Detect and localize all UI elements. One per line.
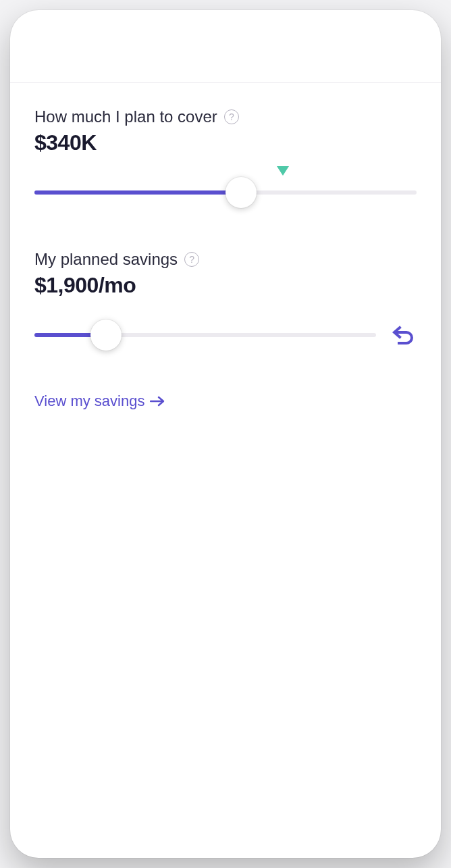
view-savings-link[interactable]: View my savings (34, 392, 417, 410)
slider-fill (34, 190, 241, 195)
coverage-label-row: How much I plan to cover ? (34, 107, 417, 126)
coverage-value: $340K (34, 130, 417, 155)
coverage-slider[interactable] (34, 176, 417, 209)
coverage-section: How much I plan to cover ? $340K (34, 107, 417, 209)
header-space (10, 10, 441, 83)
slider-thumb[interactable] (226, 177, 257, 208)
slider-marker-icon (277, 166, 289, 176)
arrow-right-icon (150, 396, 165, 407)
phone-frame: How much I plan to cover ? $340K My plan… (10, 10, 441, 858)
coverage-slider-wrapper (34, 176, 417, 209)
savings-section: My planned savings ? $1,900/mo (34, 250, 417, 352)
undo-icon (392, 325, 415, 345)
savings-label-row: My planned savings ? (34, 250, 417, 269)
savings-slider[interactable] (34, 318, 376, 352)
undo-button[interactable] (390, 322, 417, 349)
help-icon[interactable]: ? (184, 252, 199, 267)
link-text: View my savings (34, 392, 144, 410)
coverage-label: How much I plan to cover (34, 107, 217, 126)
content-area: How much I plan to cover ? $340K My plan… (10, 83, 441, 410)
slider-thumb[interactable] (90, 320, 122, 351)
help-icon[interactable]: ? (224, 109, 239, 124)
savings-slider-wrapper (34, 318, 417, 352)
savings-label: My planned savings (34, 250, 178, 269)
savings-value: $1,900/mo (34, 273, 417, 298)
